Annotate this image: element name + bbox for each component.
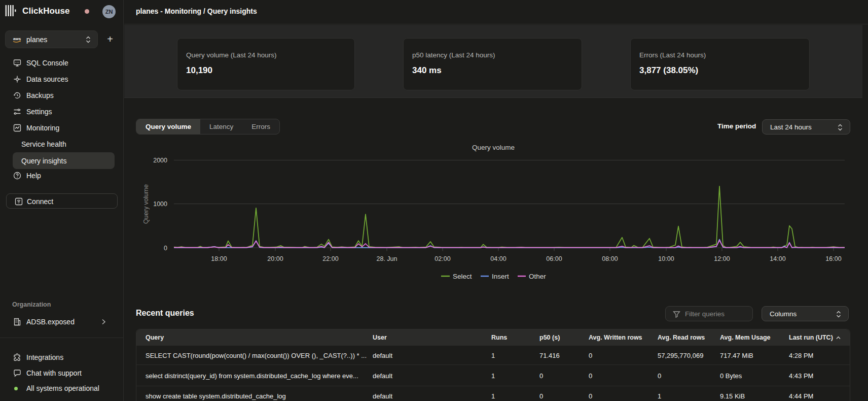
svg-text:10:00: 10:00 (658, 255, 674, 262)
svg-text:Other: Other (529, 273, 546, 280)
svg-text:Query volume: Query volume (142, 184, 150, 224)
svg-text:18:00: 18:00 (211, 255, 227, 262)
svg-text:22:00: 22:00 (322, 255, 338, 262)
svg-text:aws: aws (13, 37, 21, 41)
svg-text:Query volume: Query volume (472, 144, 515, 151)
svg-text:1000: 1000 (153, 201, 167, 208)
svg-text:28. Jun: 28. Jun (376, 255, 397, 262)
svg-text:12:00: 12:00 (714, 255, 730, 262)
svg-text:20:00: 20:00 (267, 255, 283, 262)
svg-text:2000: 2000 (153, 157, 167, 164)
svg-text:Select: Select (453, 273, 472, 280)
svg-text:08:00: 08:00 (602, 255, 618, 262)
svg-text:Insert: Insert (492, 273, 509, 280)
svg-text:02:00: 02:00 (435, 255, 450, 262)
svg-text:14:00: 14:00 (770, 255, 785, 262)
svg-text:0: 0 (164, 245, 167, 252)
svg-text:04:00: 04:00 (490, 255, 506, 262)
svg-text:06:00: 06:00 (546, 255, 562, 262)
svg-text:16:00: 16:00 (825, 255, 841, 262)
